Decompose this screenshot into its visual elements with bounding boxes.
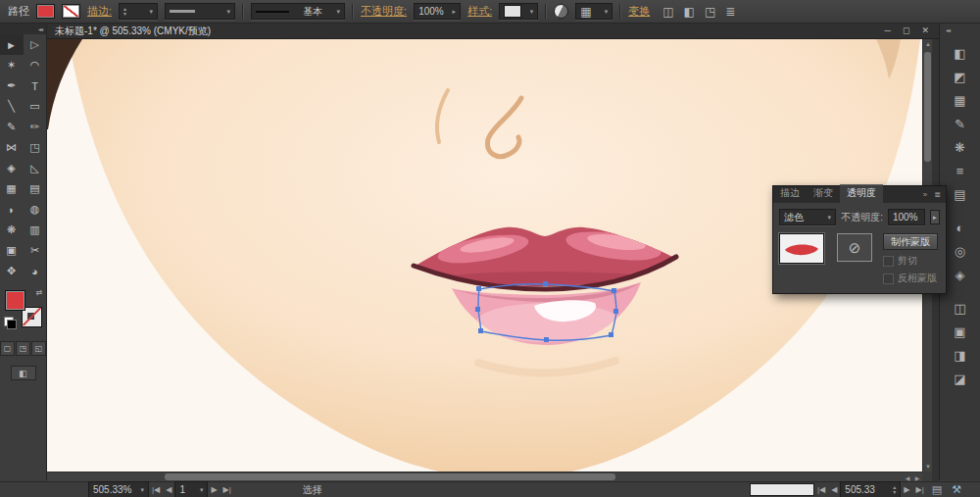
anchor-point[interactable] bbox=[544, 337, 549, 342]
wrench-icon[interactable]: ⚒ bbox=[947, 483, 966, 496]
stepper-arrows-icon[interactable] bbox=[893, 485, 896, 495]
swap-fill-stroke-icon[interactable]: ⇄ bbox=[36, 288, 43, 297]
anchor-point[interactable] bbox=[613, 309, 618, 314]
right-nav-next-button[interactable]: ▶ bbox=[901, 485, 912, 494]
tools-collapse-icon[interactable]: ◂◂ bbox=[0, 24, 46, 34]
style-link[interactable]: 样式: bbox=[467, 4, 492, 19]
tab-stroke[interactable]: 描边 bbox=[773, 184, 807, 203]
color-panel-icon[interactable]: ◧ bbox=[949, 41, 972, 65]
vertical-scrollbar-thumb[interactable] bbox=[924, 52, 931, 162]
column-graph-tool[interactable]: ▥ bbox=[24, 220, 47, 240]
slice-tool[interactable]: ✂ bbox=[24, 240, 47, 261]
free-transform-tool[interactable]: ◳ bbox=[24, 137, 47, 158]
fill-indicator[interactable] bbox=[5, 290, 25, 311]
screen-mode-button[interactable]: ◧ bbox=[11, 366, 36, 380]
invert-mask-checkbox[interactable] bbox=[883, 273, 894, 284]
anchor-point[interactable] bbox=[478, 328, 483, 333]
tab-transparency[interactable]: 透明度 bbox=[840, 184, 883, 203]
transparency-panel-icon[interactable]: ◐ bbox=[949, 216, 972, 239]
align-panel-icon[interactable]: ◨ bbox=[949, 343, 972, 367]
draw-inside-mode[interactable]: ◱ bbox=[31, 341, 46, 356]
artboard-number-combo[interactable]: 1 ▾ bbox=[174, 481, 208, 497]
draw-normal-mode[interactable]: ▢ bbox=[0, 341, 15, 356]
pen-tool[interactable]: ✒ bbox=[0, 75, 24, 96]
blend-tool[interactable]: ◍ bbox=[24, 199, 47, 220]
rectangle-tool[interactable]: ▭ bbox=[24, 96, 47, 117]
first-artboard-button[interactable]: |◀ bbox=[149, 485, 163, 494]
keyboard-icon[interactable]: ▤ bbox=[927, 483, 947, 496]
vertical-align-icon[interactable]: ◧ bbox=[684, 6, 695, 18]
tab-gradient[interactable]: 渐变 bbox=[807, 184, 840, 203]
close-button[interactable]: ✕ bbox=[921, 26, 929, 35]
magic-wand-tool[interactable]: ✶ bbox=[0, 55, 24, 75]
transform-link[interactable]: 变换 bbox=[628, 4, 650, 19]
gradient-panel-icon[interactable]: ▤ bbox=[949, 182, 972, 206]
control-menu-icon[interactable]: ≣ bbox=[725, 6, 735, 18]
zoom-combo[interactable]: 505.33% ▾ bbox=[88, 481, 149, 497]
stroke-weight-stepper[interactable]: ▾ bbox=[119, 3, 158, 20]
symbol-sprayer-tool[interactable]: ❋ bbox=[0, 220, 24, 240]
color-guide-panel-icon[interactable]: ◩ bbox=[949, 65, 972, 88]
eyedropper-tool[interactable]: ◗ bbox=[0, 199, 24, 220]
clip-checkbox[interactable] bbox=[883, 256, 894, 267]
dock-expand-icon[interactable]: ◂◂ bbox=[940, 24, 980, 41]
horizontal-align-icon[interactable]: ◫ bbox=[662, 6, 673, 18]
make-mask-button[interactable]: 制作蒙版 bbox=[883, 233, 938, 250]
graphic-styles-panel-icon[interactable]: ◈ bbox=[949, 263, 972, 286]
fill-color-swatch[interactable] bbox=[36, 4, 55, 19]
object-thumbnail[interactable] bbox=[779, 233, 824, 264]
stroke-panel-icon[interactable]: ≡ bbox=[949, 159, 972, 182]
right-zoom-combo[interactable]: 505.33 bbox=[840, 481, 901, 497]
restore-button[interactable]: ◻ bbox=[903, 26, 909, 35]
mask-thumbnail[interactable]: ⊘ bbox=[837, 233, 872, 262]
swatches-panel-icon[interactable]: ▦ bbox=[949, 88, 972, 112]
stroke-link[interactable]: 描边: bbox=[87, 4, 112, 19]
distribute-icon[interactable]: ◳ bbox=[705, 6, 715, 18]
gradient-tool[interactable]: ▤ bbox=[24, 178, 47, 199]
recolor-artwork-icon[interactable] bbox=[554, 4, 568, 19]
artboards-panel-icon[interactable]: ▣ bbox=[949, 320, 972, 343]
panel-collapse-icon[interactable]: » bbox=[923, 190, 927, 199]
previous-artboard-button[interactable]: ◀ bbox=[163, 485, 174, 494]
pencil-tool[interactable]: ✏ bbox=[24, 117, 47, 137]
mesh-tool[interactable]: ▦ bbox=[0, 178, 24, 199]
right-nav-prev-button[interactable]: ◀ bbox=[828, 485, 840, 494]
anchor-point[interactable] bbox=[543, 281, 548, 286]
style-combo[interactable]: ▾ bbox=[499, 3, 538, 20]
opacity-link[interactable]: 不透明度: bbox=[361, 4, 407, 19]
blend-mode-combo[interactable]: 滤色 ▾ bbox=[779, 209, 836, 225]
panel-opacity-combo[interactable]: 100% bbox=[888, 209, 925, 225]
horizontal-scrollbar-thumb[interactable] bbox=[165, 473, 615, 480]
stepper-arrows-icon[interactable] bbox=[123, 7, 126, 17]
shape-builder-tool[interactable]: ◈ bbox=[0, 158, 24, 178]
status-input-field[interactable] bbox=[750, 483, 814, 496]
stroke-color-swatch[interactable] bbox=[62, 4, 80, 19]
symbols-panel-icon[interactable]: ❋ bbox=[949, 135, 972, 159]
anchor-point[interactable] bbox=[612, 288, 616, 293]
next-artboard-button[interactable]: ▶ bbox=[208, 485, 220, 494]
brush-definition-combo[interactable]: 基本▾ bbox=[251, 3, 345, 20]
selection-tool[interactable]: ► bbox=[0, 34, 24, 55]
width-tool[interactable]: ⋈ bbox=[0, 137, 24, 158]
right-nav-first-button[interactable]: |◀ bbox=[814, 485, 828, 494]
hand-tool[interactable]: ✥ bbox=[0, 261, 24, 281]
appearance-panel-icon[interactable]: ◎ bbox=[949, 239, 972, 263]
pathfinder-panel-icon[interactable]: ◪ bbox=[949, 367, 972, 390]
panel-menu-icon[interactable]: ≣ bbox=[934, 190, 941, 199]
anchor-point[interactable] bbox=[475, 307, 480, 312]
paintbrush-tool[interactable]: ✎ bbox=[0, 117, 24, 137]
opacity-slider-icon[interactable]: ▸ bbox=[930, 210, 940, 224]
layers-panel-icon[interactable]: ◫ bbox=[949, 296, 972, 320]
brushes-panel-icon[interactable]: ✎ bbox=[949, 112, 972, 135]
anchor-point[interactable] bbox=[476, 286, 481, 291]
document-setup-combo[interactable]: ▦▾ bbox=[575, 3, 612, 20]
default-fill-stroke-icon[interactable] bbox=[4, 317, 14, 326]
right-nav-last-button[interactable]: ▶| bbox=[912, 485, 926, 494]
minimize-button[interactable]: ─ bbox=[885, 26, 891, 35]
last-artboard-button[interactable]: ▶| bbox=[220, 485, 234, 494]
lasso-tool[interactable]: ◠ bbox=[24, 55, 47, 75]
draw-behind-mode[interactable]: ◳ bbox=[16, 341, 30, 356]
direct-selection-tool[interactable]: ▷ bbox=[24, 34, 47, 55]
stroke-profile-combo[interactable]: ▾ bbox=[165, 3, 235, 20]
anchor-point[interactable] bbox=[609, 332, 613, 337]
